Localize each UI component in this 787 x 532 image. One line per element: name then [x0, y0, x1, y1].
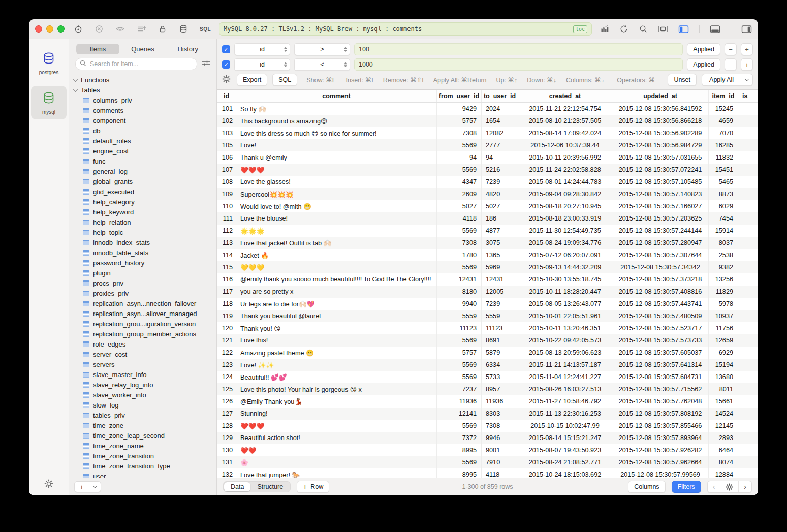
cell-id[interactable]: 122: [217, 347, 236, 359]
cell-from-user-id[interactable]: 5569: [437, 164, 482, 176]
cell-created-at[interactable]: 2015-08-24 19:09:34.776: [518, 237, 612, 249]
cell-from-user-id[interactable]: 5569: [437, 261, 482, 273]
cell-to-user-id[interactable]: 5216: [482, 164, 518, 176]
cell-created-at[interactable]: 2015-07-12 06:20:07.091: [518, 249, 612, 261]
cell-is[interactable]: [738, 420, 758, 432]
cell-from-user-id[interactable]: 4118: [437, 212, 482, 225]
cell-from-user-id[interactable]: 5569: [437, 334, 482, 347]
cell-item-id[interactable]: 7070: [709, 127, 738, 139]
cell-created-at[interactable]: 2015-08-14 15:15:21.247: [518, 432, 612, 444]
cell-to-user-id[interactable]: 5559: [482, 310, 518, 322]
cell-comment[interactable]: Thank u @emily: [236, 151, 437, 164]
cell-updated-at[interactable]: 2015-12-08 15:30:57.808192: [612, 408, 709, 420]
cell-is[interactable]: [738, 456, 758, 468]
cell-to-user-id[interactable]: 8957: [482, 383, 518, 395]
cell-created-at[interactable]: 2015-08-05 13:26:43.077: [518, 298, 612, 310]
sidebar-table-item[interactable]: time_zone_transition_type: [69, 461, 216, 471]
cell-updated-at[interactable]: 2015-12-08 15:30:57.855466: [612, 420, 709, 432]
cell-updated-at[interactable]: 2015-12-08 15:30:57.715562: [612, 383, 709, 395]
add-item-button[interactable]: +: [75, 483, 89, 491]
item-search-field[interactable]: [75, 58, 197, 70]
apply-all-button[interactable]: Apply All: [702, 74, 753, 86]
sidebar-table-item[interactable]: time_zone_transition: [69, 451, 216, 461]
sidebar-table-item[interactable]: replication_asyn...ailover_managed: [69, 308, 216, 319]
cell-is[interactable]: [738, 359, 758, 371]
cell-is[interactable]: [738, 383, 758, 395]
next-page-button[interactable]: ›: [739, 481, 751, 492]
cell-to-user-id[interactable]: 6334: [482, 359, 518, 371]
cell-updated-at[interactable]: 2015-12-08 15:30:57.443741: [612, 298, 709, 310]
cell-to-user-id[interactable]: 11123: [482, 322, 518, 334]
cell-created-at[interactable]: 2015-08-18 20:27:10.945: [518, 200, 612, 212]
cell-comment[interactable]: ❤️❤️: [236, 444, 437, 456]
cell-from-user-id[interactable]: 5569: [437, 456, 482, 468]
cell-is[interactable]: [738, 334, 758, 347]
cell-is[interactable]: [738, 408, 758, 420]
cell-to-user-id[interactable]: 7239: [482, 176, 518, 188]
cell-comment[interactable]: 💛💛💛: [236, 261, 437, 273]
cell-updated-at[interactable]: 2015-12-08 15:30:57.523717: [612, 322, 709, 334]
cell-comment[interactable]: Love this!: [236, 334, 437, 347]
cell-id[interactable]: 127: [217, 408, 236, 420]
cell-from-user-id[interactable]: 5559: [437, 310, 482, 322]
cell-from-user-id[interactable]: 9940: [437, 298, 482, 310]
cell-from-user-id[interactable]: 8995: [437, 468, 482, 478]
table-row[interactable]: 113 Love that jacket! Outfit is fab 🙌🏻 7…: [217, 237, 758, 249]
cell-comment[interactable]: Love!: [236, 139, 437, 151]
tab-queries[interactable]: Queries: [121, 44, 165, 54]
cell-is[interactable]: [738, 164, 758, 176]
cell-to-user-id[interactable]: 2777: [482, 139, 518, 151]
cell-to-user-id[interactable]: 3075: [482, 237, 518, 249]
cell-item-id[interactable]: 12145: [709, 420, 738, 432]
cell-updated-at[interactable]: 2015-12-08 15:30:57.105485: [612, 176, 709, 188]
cell-from-user-id[interactable]: 5569: [437, 139, 482, 151]
cell-created-at[interactable]: 2015-10-22 09:42:05.573: [518, 334, 612, 347]
cell-updated-at[interactable]: 2015-12-08 15:30:57.34342: [612, 261, 709, 273]
table-row[interactable]: 101 So fly 🙌🏻 9429 2024 2015-11-21 22:12…: [217, 103, 758, 115]
cell-id[interactable]: 101: [217, 103, 236, 115]
cell-created-at[interactable]: 2015-11-04 12:24:41.227: [518, 371, 612, 383]
cell-updated-at[interactable]: 2015-12-08 15:30:57.280947: [612, 237, 709, 249]
cell-id[interactable]: 109: [217, 188, 236, 200]
cell-id[interactable]: 121: [217, 334, 236, 347]
cell-to-user-id[interactable]: 11936: [482, 395, 518, 408]
cell-from-user-id[interactable]: 5757: [437, 347, 482, 359]
sidebar-table-item[interactable]: gtid_executed: [69, 186, 216, 197]
column-header-updated-at[interactable]: updated_at: [612, 90, 709, 102]
table-row[interactable]: 132 Love that jumper! 🐎 8995 4118 2015-1…: [217, 468, 758, 478]
sidebar-table-item[interactable]: role_edges: [69, 339, 216, 349]
table-row[interactable]: 125 Love this photo! Your hair is gorgeo…: [217, 383, 758, 395]
cell-comment[interactable]: @Emily Thank you💃🏾: [236, 395, 437, 408]
cell-comment[interactable]: ❤️❤️❤️: [236, 420, 437, 432]
cell-created-at[interactable]: 2015-11-13 22:30:16.253: [518, 408, 612, 420]
cell-item-id[interactable]: 5978: [709, 298, 738, 310]
toggle-right-panel-icon[interactable]: [741, 25, 752, 34]
cell-created-at[interactable]: 2015-08-07 19:43:50.923: [518, 444, 612, 456]
cell-comment[interactable]: Love! ✨✨: [236, 359, 437, 371]
cell-created-at[interactable]: 2015-08-18 23:00:33.919: [518, 212, 612, 225]
cell-item-id[interactable]: 11832: [709, 151, 738, 164]
cell-updated-at[interactable]: 2015-12-08 15:30:57.072241: [612, 164, 709, 176]
disconnect-icon[interactable]: [95, 24, 104, 34]
sql-button[interactable]: SQL: [272, 74, 297, 86]
cell-from-user-id[interactable]: 4347: [437, 176, 482, 188]
column-header-from-user-id[interactable]: from_user_id: [437, 90, 482, 102]
table-row[interactable]: 131 🌸 5569 7910 2015-08-24 21:08:52.771 …: [217, 456, 758, 468]
sidebar-table-item[interactable]: replication_grou...iguration_version: [69, 319, 216, 329]
table-row[interactable]: 126 @Emily Thank you💃🏾 11936 11936 2015-…: [217, 395, 758, 408]
cell-id[interactable]: 126: [217, 395, 236, 408]
sidebar-table-item[interactable]: replication_group_member_actions: [69, 329, 216, 339]
settings-gear-icon[interactable]: [44, 479, 53, 490]
cell-comment[interactable]: Love that jacket! Outfit is fab 🙌🏻: [236, 237, 437, 249]
cell-to-user-id[interactable]: 4820: [482, 188, 518, 200]
cell-updated-at[interactable]: 2015-12-08 15:30:57.605037: [612, 347, 709, 359]
cell-comment[interactable]: Thank you! 😘: [236, 322, 437, 334]
toggle-bottom-panel-icon[interactable]: [710, 25, 720, 34]
cell-item-id[interactable]: 6929: [709, 347, 738, 359]
cell-to-user-id[interactable]: 8691: [482, 334, 518, 347]
structure-view-tab[interactable]: Structure: [250, 482, 290, 491]
toggle-left-panel-icon[interactable]: [678, 25, 689, 34]
cell-is[interactable]: [738, 127, 758, 139]
cell-is[interactable]: [738, 261, 758, 273]
table-row[interactable]: 122 Amazing pastel theme 😬 5757 5879 201…: [217, 347, 758, 359]
